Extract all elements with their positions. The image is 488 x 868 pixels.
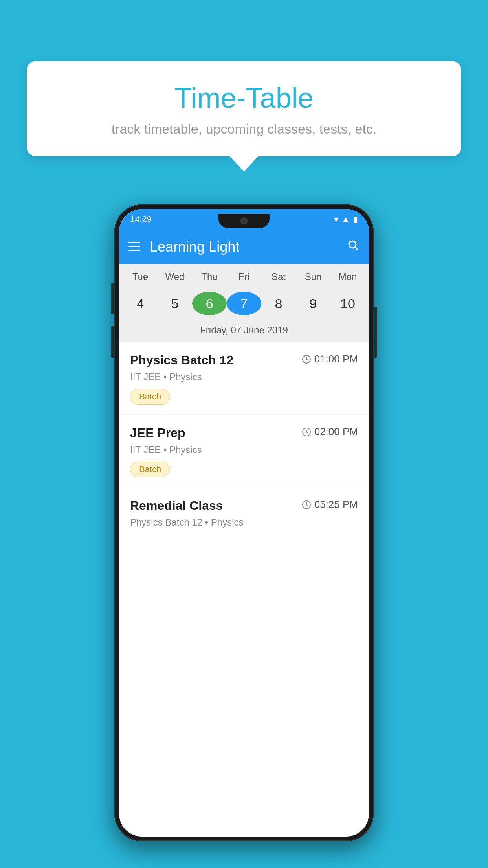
schedule-item-time: 05:25 PM (302, 498, 358, 511)
phone-mockup: 14:29 ▾ ▲ ▮ Learning Light (114, 204, 374, 841)
power-button (374, 307, 377, 358)
day-number: 10 (330, 292, 365, 315)
app-bar: Learning Light (119, 230, 369, 264)
schedule-item[interactable]: Remedial Class05:25 PMPhysics Batch 12 •… (119, 487, 369, 539)
day-label: Fri (227, 271, 261, 286)
day-label: Thu (192, 271, 227, 286)
day-number-wrapper[interactable]: 4 (123, 288, 158, 319)
day-number: 8 (261, 292, 296, 315)
day-numbers: 45678910 (119, 288, 369, 319)
clock-icon (302, 427, 311, 437)
batch-tag: Batch (130, 462, 170, 477)
day-number-wrapper[interactable]: 6 (192, 288, 227, 319)
schedule-item-title: Remedial Class (130, 498, 223, 513)
schedule-item-header: Physics Batch 1201:00 PM (130, 353, 358, 368)
tooltip-title: Time-Table (50, 83, 438, 114)
day-label: Tue (123, 271, 158, 286)
day-number-wrapper[interactable]: 8 (261, 288, 296, 319)
day-number-wrapper[interactable]: 5 (158, 288, 192, 319)
day-label: Wed (158, 271, 192, 286)
schedule-item-subtitle: Physics Batch 12 • Physics (130, 517, 358, 528)
batch-tag: Batch (130, 389, 170, 405)
day-number: 5 (158, 292, 192, 315)
front-camera (240, 217, 248, 224)
phone-outer: 14:29 ▾ ▲ ▮ Learning Light (114, 204, 374, 841)
schedule-item-title: Physics Batch 12 (130, 353, 233, 368)
svg-point-3 (349, 241, 356, 248)
search-button[interactable] (348, 240, 360, 254)
signal-icon: ▲ (341, 214, 350, 224)
schedule-item-title: JEE Prep (130, 426, 185, 440)
app-title: Learning Light (150, 239, 348, 255)
day-label: Sat (261, 271, 296, 286)
clock-icon (302, 355, 311, 364)
phone-screen: 14:29 ▾ ▲ ▮ Learning Light (119, 209, 369, 837)
schedule-item[interactable]: Physics Batch 1201:00 PMIIT JEE • Physic… (119, 342, 369, 414)
volume-down-button (111, 326, 114, 358)
svg-rect-1 (128, 246, 140, 247)
svg-line-4 (355, 247, 358, 250)
schedule-item-subtitle: IIT JEE • Physics (130, 444, 358, 455)
wifi-icon: ▾ (334, 214, 338, 224)
volume-up-button (111, 283, 114, 314)
day-number: 4 (123, 292, 158, 315)
day-number: 9 (296, 292, 330, 315)
schedule-item-time: 01:00 PM (302, 353, 358, 365)
schedule-item-header: Remedial Class05:25 PM (130, 498, 358, 513)
status-icons: ▾ ▲ ▮ (334, 214, 358, 224)
schedule-list: Physics Batch 1201:00 PMIIT JEE • Physic… (119, 342, 369, 539)
tooltip-card: Time-Table track timetable, upcoming cla… (27, 61, 461, 156)
schedule-item-header: JEE Prep02:00 PM (130, 426, 358, 440)
day-label: Mon (330, 271, 365, 286)
selected-date-label: Friday, 07 June 2019 (119, 319, 369, 342)
tooltip-subtitle: track timetable, upcoming classes, tests… (50, 121, 438, 137)
phone-notch (218, 214, 270, 228)
status-time: 14:29 (130, 214, 152, 224)
day-number-wrapper[interactable]: 9 (296, 288, 330, 319)
battery-icon: ▮ (353, 214, 358, 224)
clock-icon (302, 500, 311, 509)
day-number-wrapper[interactable]: 10 (330, 288, 365, 319)
svg-rect-0 (128, 242, 140, 243)
schedule-item-time: 02:00 PM (302, 426, 358, 438)
day-headers: TueWedThuFriSatSunMon (119, 271, 369, 286)
svg-rect-2 (128, 250, 140, 251)
schedule-item[interactable]: JEE Prep02:00 PMIIT JEE • PhysicsBatch (119, 415, 369, 487)
menu-icon[interactable] (128, 241, 140, 253)
day-label: Sun (296, 271, 330, 286)
day-number: 7 (227, 292, 261, 315)
day-number-wrapper[interactable]: 7 (227, 288, 261, 319)
calendar-strip: TueWedThuFriSatSunMon 45678910 Friday, 0… (119, 264, 369, 342)
day-number: 6 (192, 292, 227, 315)
schedule-item-subtitle: IIT JEE • Physics (130, 371, 358, 383)
